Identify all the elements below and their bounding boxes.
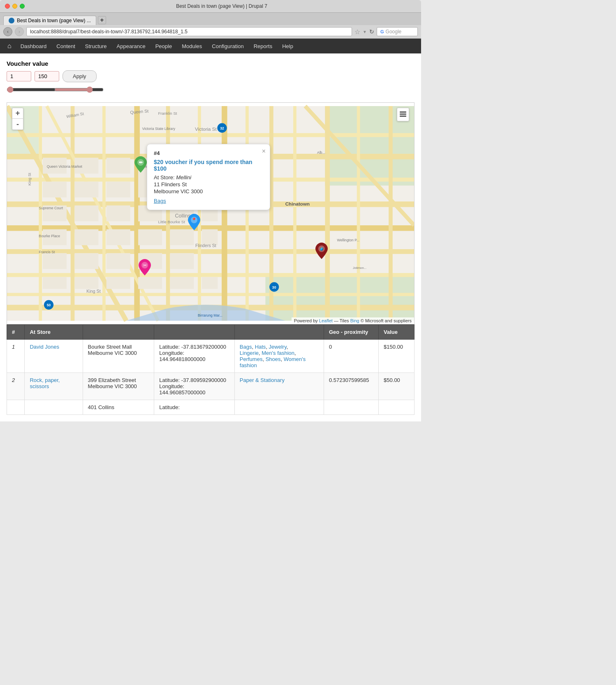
nav-people[interactable]: People [151, 41, 177, 52]
svg-text:Queen Victoria Market: Queen Victoria Market [47, 164, 83, 169]
close-window-button[interactable] [5, 4, 10, 9]
col-header-geo: Geo - proximity [324, 325, 378, 340]
cat-shoes[interactable]: Shoes [266, 356, 281, 362]
popup-category-link[interactable]: Bags [154, 198, 263, 204]
window-chrome: Best Deals in town (page View) | Drupal … [0, 0, 421, 13]
tab-favicon [9, 18, 14, 23]
back-button[interactable]: ‹ [3, 27, 12, 36]
map-zoom-controls: + - [12, 108, 23, 130]
svg-text:✏: ✏ [139, 160, 143, 165]
row1-store-link[interactable]: David Jones [30, 344, 59, 350]
map-marker-green[interactable]: ✏ [134, 156, 147, 174]
page-content: Voucher value Apply [0, 53, 421, 421]
table-row: 401 Collins Latitude: [7, 400, 415, 415]
nav-content[interactable]: Content [51, 41, 80, 52]
address-bar: ‹ › localhost:8888/drupal7/best-deals-in… [0, 25, 421, 39]
col-header-value: Value [379, 325, 415, 340]
leaflet-link[interactable]: Leaflet [319, 318, 333, 323]
voucher-max-input[interactable] [35, 71, 59, 81]
cat-mens-fashion[interactable]: Men's fashion [262, 350, 294, 356]
nav-configuration[interactable]: Configuration [207, 41, 248, 52]
popup-store-name: Mellini [176, 174, 191, 181]
svg-text:Jolimon...: Jolimon... [353, 266, 366, 270]
url-bar[interactable]: localhost:8888/drupal7/best-deals-in-tow… [26, 27, 352, 36]
nav-modules[interactable]: Modules [177, 41, 207, 52]
svg-text:30: 30 [272, 285, 276, 289]
refresh-button[interactable]: ↻ [369, 28, 374, 35]
traffic-lights [5, 4, 25, 9]
svg-rect-14 [71, 106, 75, 321]
nav-structure[interactable]: Structure [80, 41, 112, 52]
voucher-min-slider[interactable] [7, 86, 56, 93]
popup-store-label: At Store: Mellini [154, 174, 263, 181]
map-marker-pink[interactable]: ✂ [139, 259, 151, 277]
maximize-window-button[interactable] [20, 4, 25, 9]
svg-text:Wellington P...: Wellington P... [337, 238, 359, 242]
svg-text:🧳: 🧳 [319, 246, 324, 252]
voucher-min-input[interactable] [7, 71, 31, 81]
forward-button[interactable]: › [15, 27, 24, 36]
svg-rect-25 [389, 106, 393, 321]
svg-rect-13 [39, 106, 42, 321]
svg-rect-9 [7, 249, 414, 254]
row3-geo [324, 400, 378, 415]
cat-jewelry[interactable]: Jewelry [269, 344, 287, 350]
row3-value [379, 400, 415, 415]
table-row: 1 David Jones Bourke Street Mall Melbour… [7, 340, 415, 373]
bookmark-dropdown-icon[interactable]: ▼ [363, 30, 367, 34]
map-marker-red[interactable]: 🧳 [315, 243, 328, 260]
row2-value: $50.00 [379, 373, 415, 400]
window-title: Best Deals in town (page View) | Drupal … [27, 3, 416, 9]
svg-text:📍: 📍 [191, 217, 197, 223]
svg-rect-4 [7, 133, 414, 137]
new-tab-button[interactable]: + [98, 16, 106, 24]
bookmark-icon[interactable]: ☆ [354, 28, 360, 36]
cat-hats[interactable]: Hats [255, 344, 266, 350]
nav-reports[interactable]: Reports [249, 41, 278, 52]
cat-lingerie[interactable]: Lingerie [240, 350, 259, 356]
svg-text:Victoria St: Victoria St [195, 126, 217, 132]
svg-rect-41 [107, 206, 130, 222]
popup-close-button[interactable]: × [262, 148, 266, 155]
nav-help[interactable]: Help [277, 41, 298, 52]
row3-address: 401 Collins [83, 400, 154, 415]
row2-geo: 0.572307599585 [324, 373, 378, 400]
map-layers-button[interactable] [397, 108, 409, 121]
tab-bar: Best Deals in town (page View) ... + [0, 13, 421, 25]
zoom-out-button[interactable]: - [12, 119, 23, 130]
row1-geo: 0 [324, 340, 378, 373]
voucher-label: Voucher value [7, 60, 415, 67]
svg-text:50: 50 [47, 303, 51, 307]
svg-rect-57 [74, 277, 98, 289]
svg-rect-58 [107, 277, 130, 289]
row1-coords: Latitude: -37.813679200000 Longitude: 14… [154, 340, 234, 373]
apply-button[interactable]: Apply [63, 70, 97, 82]
svg-rect-33 [74, 182, 98, 198]
cat-bags[interactable]: Bags [240, 344, 252, 350]
cat-perfumes[interactable]: Perfumes [240, 356, 263, 362]
svg-rect-18 [198, 106, 201, 321]
voucher-max-slider[interactable] [54, 86, 104, 93]
map-svg: Victoria St La Trobe St Lonsdale St Coll… [7, 103, 414, 324]
map-marker-blue[interactable]: 📍 [188, 214, 200, 231]
row2-store-link[interactable]: Rock, paper, scissors [30, 377, 60, 389]
bing-link[interactable]: Bing [350, 318, 359, 323]
table-row: 2 Rock, paper, scissors 399 Elizabeth St… [7, 373, 415, 400]
svg-text:Flinders St: Flinders St [195, 243, 216, 248]
nav-home-button[interactable]: ⌂ [3, 40, 16, 52]
svg-text:Victoria State Library: Victoria State Library [142, 127, 176, 131]
map-container[interactable]: Victoria St La Trobe St Lonsdale St Coll… [7, 102, 415, 324]
svg-rect-94 [400, 116, 406, 117]
col-header-address [83, 325, 154, 340]
minimize-window-button[interactable] [12, 4, 17, 9]
map-credit: Powered by Leaflet — Tiles Bing © Micros… [292, 317, 414, 324]
google-icon: G [380, 29, 384, 34]
nav-appearance[interactable]: Appearance [112, 41, 151, 52]
zoom-in-button[interactable]: + [12, 108, 23, 119]
active-tab[interactable]: Best Deals in town (page View) ... [3, 16, 96, 25]
svg-rect-49 [170, 229, 194, 245]
voucher-inputs: Apply [7, 70, 415, 82]
row1-categories: Bags, Hats, Jewelry, Lingerie, Men's fas… [234, 340, 324, 373]
nav-dashboard[interactable]: Dashboard [16, 41, 52, 52]
cat-paper-stationary[interactable]: Paper & Stationary [240, 377, 285, 383]
